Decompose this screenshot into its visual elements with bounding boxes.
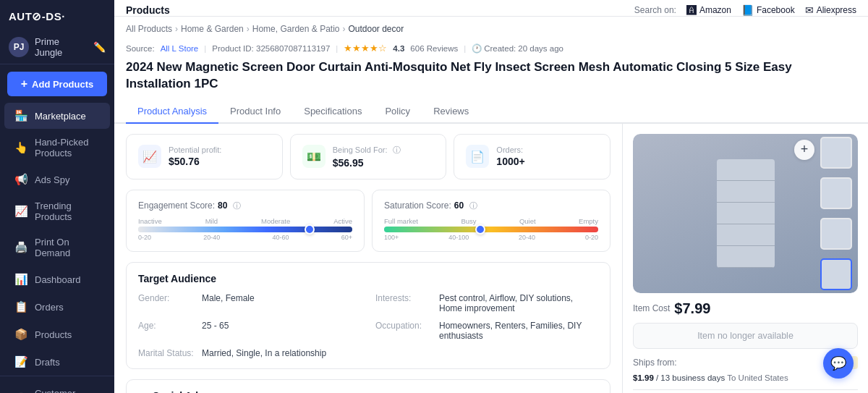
username-label: Prime Jungle (35, 36, 88, 58)
created-label: 🕐 Created: 20 days ago (472, 43, 563, 54)
source-sep-1: | (204, 44, 206, 53)
audience-gender-row: Gender: Male, Female (138, 293, 361, 313)
ads-spy-icon: 📢 (14, 173, 27, 186)
products-page-title: Products (126, 4, 170, 16)
add-to-collection-button[interactable]: + (794, 140, 814, 160)
product-source-bar: Source: All L Store | Product ID: 325680… (114, 37, 868, 56)
breadcrumb-home-garden-patio[interactable]: Home, Garden & Patio (252, 24, 340, 34)
saturation-ranges: 100+ 40-100 20-40 0-20 (384, 234, 598, 241)
sidebar-label-hand-picked: Hand-Picked Products (35, 137, 100, 159)
curtain-strip-3 (717, 203, 775, 224)
chat-bubble-button[interactable]: 💬 (823, 348, 854, 379)
curtain-strip-2 (717, 181, 775, 203)
sidebar-item-orders[interactable]: 📋 Orders (4, 294, 110, 320)
sat-range-0: 100+ (384, 234, 399, 241)
source-sep-2: | (336, 44, 338, 53)
search-aliexpress[interactable]: ✉ Aliexpress (805, 4, 856, 16)
sidebar-item-drafts[interactable]: 📝 Drafts (4, 349, 110, 375)
thumb-4[interactable] (820, 258, 852, 290)
item-cost-label: Item Cost (633, 303, 670, 313)
sidebar-item-trending[interactable]: 📈 Trending Products (4, 194, 110, 229)
occupation-value: Homeowners, Renters, Families, DIY enthu… (439, 321, 598, 341)
social-ads-card: ▲ Social Ads 📘 Facebook ♪ TikTok (126, 379, 610, 393)
sidebar-item-hand-picked[interactable]: 👆 Hand-Picked Products (4, 130, 110, 165)
eng-range-2: 40-60 (272, 234, 289, 241)
sidebar-item-ads-spy[interactable]: 📢 Ads Spy (4, 166, 110, 193)
product-title: 2024 New Magnetic Screen Door Curtain An… (114, 56, 868, 100)
search-facebook[interactable]: 📘 Facebook (741, 4, 795, 16)
door-curtain-visual (717, 159, 775, 268)
sat-label-1: Busy (461, 217, 476, 225)
breadcrumb-all-products[interactable]: All Products (126, 24, 172, 34)
social-ads-title: Social Ads (153, 390, 204, 393)
tab-reviews[interactable]: Reviews (422, 100, 480, 124)
interests-value: Pest control, Airflow, DIY solutions, Ho… (439, 293, 598, 313)
engagement-ranges: 0-20 20-40 40-60 60+ (138, 234, 352, 241)
search-on-bar: Search on: 🅰 Amazon 📘 Facebook ✉ Aliexpr… (634, 4, 856, 16)
social-ads-header[interactable]: ▲ Social Ads (138, 390, 598, 393)
sidebar-label-print: Print On Demand (35, 237, 100, 258)
saturation-bar-fill (384, 227, 598, 232)
color-size-row: Color: Size: (633, 389, 858, 393)
tab-policy[interactable]: Policy (373, 100, 422, 124)
audience-title: Target Audience (138, 273, 598, 284)
occupation-label: Occupation: (375, 321, 433, 341)
dashboard-icon: 📊 (14, 273, 27, 286)
products-icon: 📦 (14, 328, 27, 341)
ships-from-label: Ships from: (633, 358, 677, 368)
breadcrumb-current: Outdoor decor (348, 24, 404, 34)
audience-occupation-row: Occupation: Homeowners, Renters, Familie… (375, 321, 598, 341)
tab-product-info[interactable]: Product Info (218, 100, 292, 124)
sidebar-item-customer-support[interactable]: 🎧 Customer Support (4, 381, 110, 393)
eng-range-1: 20-40 (203, 234, 220, 241)
profit-icon: 📈 (138, 145, 161, 168)
unavailable-button[interactable]: Item no longer available (633, 323, 858, 349)
sidebar-item-dashboard[interactable]: 📊 Dashboard (4, 266, 110, 292)
audience-interests-row: Interests: Pest control, Airflow, DIY so… (375, 293, 598, 313)
main-area: Products Search on: 🅰 Amazon 📘 Facebook … (114, 0, 868, 393)
curtain-strip-1 (717, 159, 775, 181)
engagement-label: Engagement Score: (138, 200, 215, 211)
avatar: PJ (9, 37, 29, 57)
edit-icon[interactable]: ✏️ (93, 41, 106, 53)
drafts-icon: 📝 (14, 355, 27, 368)
ships-detail: $1.99 / 13 business days To United State… (633, 373, 858, 382)
thumb-3[interactable] (820, 218, 852, 250)
eng-label-2: Moderate (261, 217, 290, 225)
saturation-info-icon[interactable]: ⓘ (469, 200, 477, 211)
sidebar-label-drafts: Drafts (35, 357, 60, 368)
curtain-strip-5 (717, 246, 775, 268)
item-cost-row: Item Cost $7.99 (633, 300, 858, 317)
search-amazon[interactable]: 🅰 Amazon (686, 4, 731, 16)
amazon-label: Amazon (699, 5, 731, 15)
engagement-info-icon[interactable]: ⓘ (233, 200, 241, 211)
thumbnail-column (820, 134, 852, 293)
gender-label: Gender: (138, 293, 196, 313)
audience-marital-row: Marital Status: Married, Single, In a re… (138, 348, 361, 358)
orders-metric-icon: 📄 (466, 145, 489, 168)
breadcrumb-home-garden[interactable]: Home & Garden (181, 24, 244, 34)
thumb-2[interactable] (820, 177, 852, 209)
saturation-value: 60 (454, 200, 464, 211)
tab-specifications[interactable]: Specifications (292, 100, 373, 124)
print-icon: 🖨️ (14, 241, 27, 254)
thumb-1[interactable] (820, 137, 852, 169)
profit-label: Potential profit: (169, 145, 221, 154)
tab-product-analysis[interactable]: Product Analysis (126, 100, 218, 124)
audience-age-row: Age: 25 - 65 (138, 321, 361, 341)
sat-range-1: 40-100 (448, 234, 469, 241)
engagement-value: 80 (218, 200, 227, 211)
engagement-bar-labels: Inactive Mild Moderate Active (138, 217, 352, 225)
aliexpress-icon: ✉ (805, 4, 814, 16)
add-products-button[interactable]: + Add Products (7, 72, 107, 96)
breadcrumb-sep-2: › (247, 24, 250, 34)
breadcrumb-sep-3: › (342, 24, 345, 34)
sidebar-item-products[interactable]: 📦 Products (4, 321, 110, 347)
sidebar-label-trending: Trending Products (35, 200, 100, 222)
sidebar-label-marketplace: Marketplace (35, 111, 86, 122)
product-tabs: Product Analysis Product Info Specificat… (114, 100, 868, 124)
source-store-link[interactable]: All L Store (161, 44, 199, 53)
sidebar-item-marketplace[interactable]: 🏪 Marketplace (4, 103, 110, 129)
sidebar-item-print[interactable]: 🖨️ Print On Demand (4, 230, 110, 265)
selling-info-icon[interactable]: ⓘ (393, 145, 401, 154)
